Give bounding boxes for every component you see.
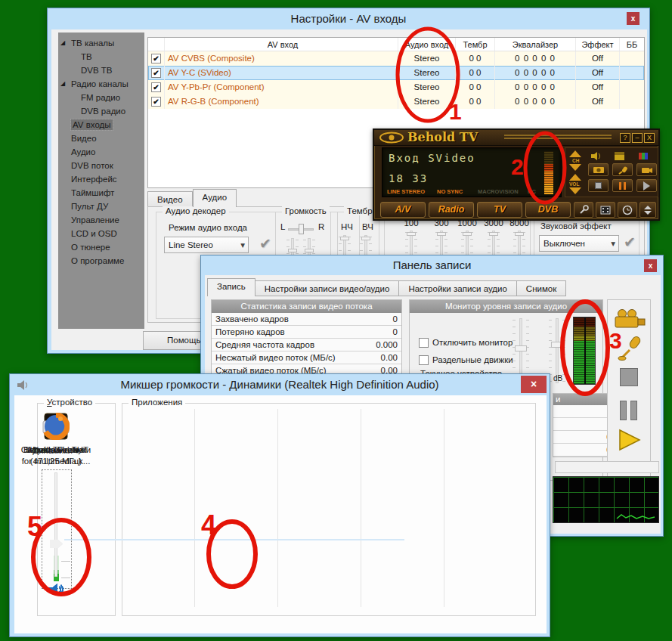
av-input-table-row[interactable]: ✔ AV CVBS (Composite) Stereo 0 0 0 0 0 0… — [148, 51, 644, 66]
collapse-arrows-button[interactable] — [639, 202, 656, 218]
clapperboard-icon[interactable] — [614, 151, 626, 161]
sidebar-tree-item[interactable]: FM радио — [58, 91, 144, 104]
sidebar-tree-item[interactable]: Аудио — [58, 145, 144, 159]
chevron-down-icon[interactable] — [611, 236, 615, 251]
behold-mode-button[interactable]: Radio — [429, 202, 474, 218]
sidebar-tree-item[interactable]: О тюнере — [58, 240, 144, 254]
mute-speaker-button[interactable] — [14, 583, 98, 598]
behold-mode-button[interactable]: DVB — [525, 202, 571, 218]
checkbox-checked-icon[interactable]: ✔ — [151, 54, 161, 63]
header-equalizer[interactable]: Эквалайзер — [495, 38, 576, 51]
close-button[interactable]: x — [644, 259, 657, 272]
microphone-button[interactable] — [612, 163, 633, 176]
tab[interactable]: Настройки записи видео/аудио — [255, 280, 400, 296]
tree-expander-icon[interactable] — [60, 36, 65, 50]
settings-titlebar[interactable]: Настройки - AV входы — [48, 8, 649, 29]
chevron-down-icon[interactable] — [240, 237, 245, 252]
close-button[interactable]: X — [644, 133, 655, 143]
audio-monitor-header: Монитор уровня записи аудио — [410, 300, 602, 313]
header-tembr[interactable]: Тембр — [456, 38, 495, 51]
sidebar-tree-item[interactable]: Видео — [58, 132, 144, 145]
volume-up-button[interactable] — [569, 174, 581, 181]
header-effect[interactable]: Эффект — [576, 38, 620, 51]
separate-sliders-checkbox[interactable] — [419, 355, 429, 365]
sidebar-tree-item[interactable]: LCD и OSD — [58, 227, 144, 240]
sidebar-tree-item[interactable]: Интерфейс — [58, 172, 144, 186]
pause-button[interactable] — [612, 179, 633, 192]
scheduler-clock-button[interactable] — [618, 202, 637, 218]
av-input-table-row[interactable]: ✔ AV R-G-B (Component) Stereo 0 0 0 0 0 … — [148, 94, 644, 109]
record-video-camcorder-icon[interactable] — [613, 308, 646, 330]
apply-check-icon[interactable]: ✔ — [624, 234, 636, 251]
behold-mode-button[interactable]: A/V — [380, 202, 426, 218]
sidebar-tree-item[interactable]: О программе — [58, 254, 144, 268]
close-button[interactable]: x — [627, 12, 639, 25]
column-label[interactable]: Mozilla Firefox — [14, 445, 98, 454]
recorder-film-button[interactable] — [596, 202, 615, 218]
row-checkbox-cell[interactable]: ✔ — [148, 66, 165, 80]
close-button[interactable]: × — [521, 376, 547, 393]
sidebar-tree-item[interactable]: AV входы — [58, 118, 144, 132]
sidebar-tree-item[interactable]: ТВ — [58, 50, 144, 63]
mixer-titlebar[interactable]: Микшер громкости - Динамики (Realtek Hig… — [10, 374, 550, 395]
row-checkbox-cell[interactable]: ✔ — [148, 80, 165, 94]
tab-video[interactable]: Видео — [147, 191, 193, 207]
sound-effect-combobox[interactable]: Выключен — [539, 235, 619, 252]
help-window-button[interactable]: ? — [620, 133, 630, 143]
sidebar-tree-item[interactable]: ТВ каналы — [58, 36, 144, 50]
behold-titlebar[interactable]: Behold TV ? – X — [374, 130, 658, 146]
volume-down-button[interactable] — [569, 187, 581, 194]
volume-slider-thumb[interactable] — [50, 540, 63, 548]
settings-wrench-button[interactable] — [574, 202, 593, 218]
sidebar-item-label: ТВ каналы — [71, 39, 114, 48]
sidebar-tree-item[interactable]: Радио каналы — [58, 77, 144, 91]
behold-tv-window: Behold TV ? – X Вход SVideo 18 33 LINE S… — [373, 129, 660, 221]
sidebar-tree-item[interactable]: Пульт ДУ — [58, 200, 144, 213]
record-titlebar[interactable]: Панель записи — [201, 255, 663, 275]
volume-slider-track[interactable] — [54, 472, 57, 577]
checkbox-checked-icon[interactable]: ✔ — [151, 68, 161, 78]
av-input-table-row[interactable]: ✔ AV Y-Pb-Pr (Component) Stereo 0 0 0 0 … — [148, 80, 644, 94]
play-button[interactable] — [618, 429, 642, 451]
mute-speaker-icon[interactable] — [590, 151, 602, 161]
header-av-input[interactable]: AV вход — [165, 38, 398, 51]
minimize-button[interactable]: – — [632, 133, 643, 143]
row-checkbox-cell[interactable]: ✔ — [148, 94, 165, 109]
checkbox-checked-icon[interactable]: ✔ — [151, 97, 161, 107]
tab-audio[interactable]: Аудио — [193, 189, 237, 207]
balance-slider-thumb[interactable] — [299, 224, 304, 234]
sidebar-tree-item[interactable]: Управление — [58, 213, 144, 227]
record-audio-microphone-icon[interactable] — [618, 335, 642, 362]
channel-down-button[interactable] — [569, 164, 581, 171]
sidebar-tree-item[interactable]: DVB ТВ — [58, 63, 144, 77]
row-checkbox-cell[interactable]: ✔ — [148, 51, 165, 66]
header-audio-input[interactable]: Аудио вход — [398, 38, 456, 51]
behold-mode-button[interactable]: TV — [477, 202, 522, 218]
audio-mode-combobox[interactable]: Line Stereo — [164, 237, 249, 253]
play-button[interactable] — [636, 179, 657, 192]
apply-check-icon[interactable]: ✔ — [259, 235, 271, 252]
tab[interactable]: Снимок — [517, 280, 566, 296]
tab[interactable]: Запись — [207, 278, 255, 296]
sidebar-tree-item[interactable]: DVB радио — [58, 104, 144, 118]
stop-button[interactable] — [588, 179, 609, 192]
firefox-app-icon[interactable] — [14, 412, 98, 441]
audio-input-value: Stereo — [398, 66, 456, 80]
tab[interactable]: Настройки записи аудио — [399, 280, 516, 296]
channel-up-button[interactable] — [569, 150, 581, 157]
header-bb[interactable]: ББ — [620, 38, 644, 51]
camcorder-button[interactable] — [636, 163, 657, 176]
lcd-rc: RC — [528, 188, 536, 195]
av-input-table-row[interactable]: ✔ AV Y-C (SVideo) Stereo 0 0 0 0 0 0 0 O… — [148, 66, 644, 80]
checkbox-checked-icon[interactable]: ✔ — [151, 82, 161, 92]
volume-mixer-window: Микшер громкости - Динамики (Realtek Hig… — [9, 373, 550, 637]
color-bars-icon[interactable] — [638, 151, 650, 161]
pause-record-button[interactable] — [620, 401, 639, 420]
stop-record-button[interactable] — [620, 368, 638, 386]
lcd-macrovision: MACROVISION — [478, 188, 519, 195]
tree-expander-icon[interactable] — [60, 77, 65, 91]
sidebar-tree-item[interactable]: Таймшифт — [58, 186, 144, 200]
disable-monitor-checkbox[interactable] — [419, 338, 429, 348]
sidebar-tree-item[interactable]: DVB поток — [58, 159, 144, 172]
snapshot-camera-button[interactable] — [588, 163, 609, 176]
